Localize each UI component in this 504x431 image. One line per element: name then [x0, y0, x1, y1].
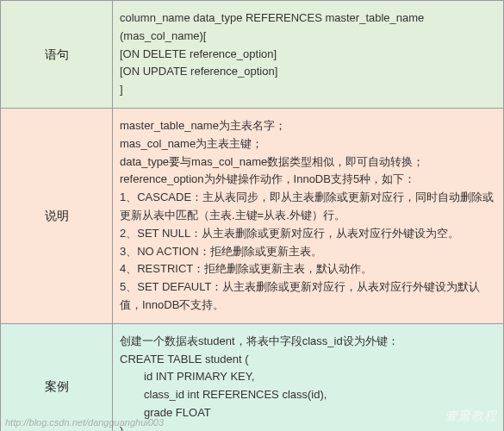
content-syntax: column_name data_type REFERENCES master_… — [113, 1, 504, 109]
row-syntax: 语句 column_name data_type REFERENCES mast… — [1, 1, 504, 109]
example-line: ) — [120, 422, 496, 431]
desc-line: 2、SET NULL：从主表删除或更新对应行，从表对应行外键设为空。 — [120, 225, 496, 243]
syntax-line: [ON DELETE reference_option] — [120, 46, 496, 64]
desc-line: 4、RESTRICT：拒绝删除或更新主表，默认动作。 — [120, 260, 496, 278]
label-example: 案例 — [1, 323, 113, 431]
syntax-line: (mas_col_name)[ — [120, 28, 496, 46]
example-line: CREATE TABLE student ( — [120, 351, 496, 369]
label-description: 说明 — [1, 108, 113, 323]
syntax-line: [ON UPDATE reference_option] — [120, 63, 496, 81]
row-example: 案例 创建一个数据表student，将表中字段class_id设为外键： CRE… — [1, 323, 504, 431]
desc-line: master_table_name为主表名字； — [120, 117, 496, 135]
example-line: 创建一个数据表student，将表中字段class_id设为外键： — [120, 333, 496, 351]
desc-line: reference_option为外键操作动作，InnoDB支持5种，如下： — [120, 171, 496, 189]
row-description: 说明 master_table_name为主表名字； mas_col_name为… — [1, 108, 504, 323]
desc-line: 5、SET DEFAULT：从主表删除或更新对应行，从表对应行外键设为默认值，I… — [120, 278, 496, 315]
desc-line: mas_col_name为主表主键； — [120, 135, 496, 153]
desc-line: 3、NO ACTION：拒绝删除或更新主表。 — [120, 243, 496, 261]
watermark-url: http://blog.csdn.net/dangguanghui003 — [5, 417, 164, 428]
example-line: grade FLOAT — [120, 404, 496, 422]
syntax-line: ] — [120, 81, 496, 99]
reference-table: 语句 column_name data_type REFERENCES mast… — [0, 0, 504, 431]
desc-line: data_type要与mas_col_name数据类型相似，即可自动转换； — [120, 153, 496, 172]
watermark-brand: 壹聚教程 — [445, 409, 497, 424]
example-line: id INT PRIMARY KEY, — [120, 368, 496, 386]
syntax-line: column_name data_type REFERENCES master_… — [120, 9, 496, 28]
label-syntax: 语句 — [1, 1, 113, 109]
content-description: master_table_name为主表名字； mas_col_name为主表主… — [113, 108, 504, 323]
desc-line: 1、CASCADE：主从表同步，即从主表删除或更新对应行，同时自动删除或更新从表… — [120, 189, 496, 225]
example-line: class_id int REFERENCES class(id), — [120, 386, 496, 404]
